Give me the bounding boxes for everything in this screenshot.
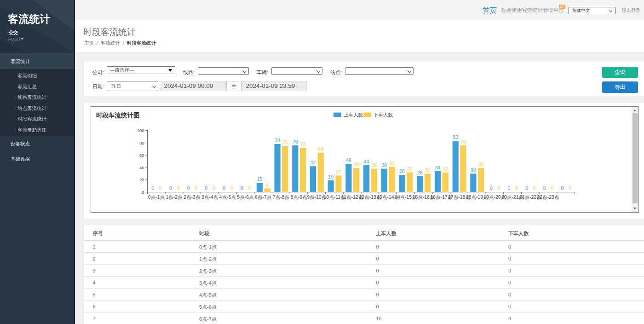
- svg-text:上车人数: 上车人数: [344, 112, 363, 117]
- svg-text:0: 0: [169, 185, 172, 191]
- svg-text:40: 40: [139, 165, 144, 170]
- svg-text:39: 39: [478, 162, 484, 167]
- svg-text:0: 0: [569, 185, 571, 191]
- svg-text:46: 46: [346, 157, 351, 163]
- svg-text:0: 0: [230, 185, 233, 191]
- svg-text:34: 34: [435, 165, 441, 170]
- svg-text:0: 0: [543, 185, 546, 191]
- svg-text:72: 72: [300, 141, 306, 147]
- svg-text:0: 0: [195, 185, 197, 191]
- svg-text:0: 0: [142, 190, 144, 195]
- svg-text:0: 0: [507, 185, 510, 191]
- svg-text:20: 20: [139, 177, 144, 182]
- svg-text:44: 44: [364, 159, 369, 164]
- svg-text:78: 78: [275, 138, 280, 143]
- svg-text:32: 32: [443, 166, 448, 172]
- svg-text:19: 19: [328, 174, 334, 179]
- svg-text:80: 80: [139, 140, 144, 145]
- svg-text:0: 0: [551, 185, 553, 191]
- svg-text:7点-8点: 7点-8点: [273, 194, 290, 200]
- svg-text:27: 27: [336, 169, 341, 174]
- svg-text:0: 0: [490, 185, 493, 191]
- svg-text:64: 64: [318, 146, 323, 152]
- svg-text:28: 28: [399, 168, 405, 174]
- svg-text:下车人数: 下车人数: [373, 112, 393, 117]
- svg-text:0点-1点: 0点-1点: [148, 194, 165, 200]
- svg-text:39: 39: [354, 162, 359, 167]
- svg-text:0: 0: [533, 185, 536, 191]
- svg-text:75: 75: [282, 139, 288, 145]
- svg-text:41: 41: [389, 161, 395, 166]
- svg-text:26: 26: [417, 170, 423, 175]
- svg-text:5点-6点: 5点-6点: [237, 194, 254, 200]
- svg-text:38: 38: [371, 162, 377, 168]
- svg-text:15: 15: [257, 176, 263, 182]
- svg-text:76: 76: [460, 139, 466, 145]
- svg-text:0: 0: [515, 185, 518, 191]
- svg-text:0: 0: [497, 185, 500, 191]
- svg-text:0: 0: [525, 185, 528, 191]
- svg-text:38: 38: [381, 162, 387, 168]
- svg-text:4点-5点: 4点-5点: [219, 194, 236, 200]
- svg-text:1点-2点: 1点-2点: [166, 194, 183, 200]
- svg-text:0: 0: [187, 185, 190, 191]
- svg-text:22点-23点: 22点-23点: [537, 194, 559, 200]
- svg-text:3点-4点: 3点-4点: [201, 194, 218, 200]
- svg-text:32: 32: [407, 166, 413, 172]
- svg-text:60: 60: [139, 153, 144, 158]
- svg-text:0: 0: [159, 185, 162, 191]
- svg-text:6点-7点: 6点-7点: [255, 194, 272, 200]
- svg-text:42: 42: [310, 160, 316, 165]
- svg-text:0: 0: [248, 185, 251, 191]
- svg-text:0: 0: [241, 185, 243, 191]
- svg-text:2点-3点: 2点-3点: [184, 194, 201, 200]
- svg-text:0: 0: [213, 185, 215, 191]
- svg-text:30: 30: [471, 167, 476, 173]
- svg-text:0: 0: [177, 185, 180, 191]
- svg-text:30: 30: [425, 167, 431, 173]
- svg-text:0: 0: [223, 185, 225, 191]
- svg-text:100: 100: [137, 128, 144, 133]
- svg-text:76: 76: [293, 139, 298, 145]
- svg-text:0: 0: [561, 185, 564, 191]
- svg-text:6: 6: [266, 182, 269, 188]
- svg-text:0: 0: [151, 185, 154, 191]
- svg-text:83: 83: [453, 134, 458, 140]
- svg-text:0: 0: [205, 185, 207, 191]
- svg-text:8点-9点: 8点-9点: [290, 194, 307, 200]
